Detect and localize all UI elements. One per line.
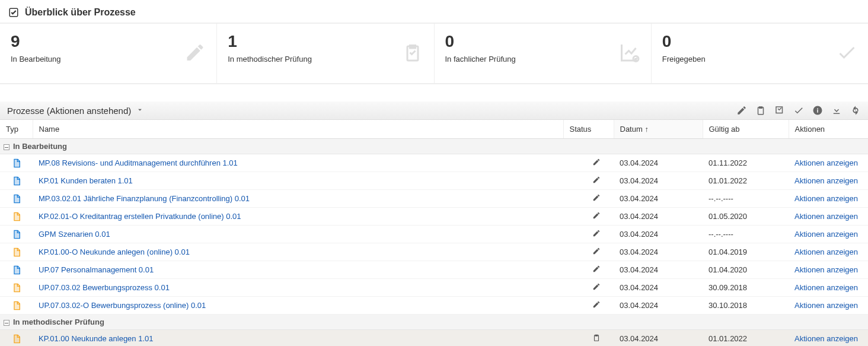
- table-row[interactable]: UP.07 Personalmanagement 0.01 03.04.2024…: [0, 261, 868, 279]
- status-cell: [563, 243, 614, 261]
- download-icon[interactable]: [831, 105, 842, 116]
- actions-cell: Aktionen anzeigen: [789, 279, 868, 297]
- stamp-icon[interactable]: [774, 105, 785, 116]
- show-actions-link[interactable]: Aktionen anzeigen: [794, 265, 858, 274]
- clipboard-icon: [402, 42, 423, 65]
- name-cell: UP.07 Personalmanagement 0.01: [33, 261, 563, 279]
- show-actions-link[interactable]: Aktionen anzeigen: [794, 334, 858, 343]
- refresh-icon[interactable]: [850, 105, 861, 116]
- process-link[interactable]: MP.03.02.01 Jährliche Finanzplanung (Fin…: [39, 194, 250, 203]
- name-cell: MP.03.02.01 Jährliche Finanzplanung (Fin…: [33, 190, 563, 208]
- pencil-icon: [592, 211, 601, 220]
- metric-value: 1: [228, 32, 423, 51]
- edit-icon[interactable]: [736, 105, 747, 116]
- toolbar-title-dropdown[interactable]: Prozesse (Aktionen anstehend): [7, 106, 144, 116]
- table-row[interactable]: MP.03.02.01 Jährliche Finanzplanung (Fin…: [0, 190, 868, 208]
- metric-value: 0: [445, 32, 640, 51]
- col-actions[interactable]: Aktionen: [789, 120, 868, 139]
- pencil-icon: [592, 282, 601, 291]
- valid-cell: 01.05.2020: [703, 208, 789, 226]
- group-header[interactable]: In methodischer Prüfung: [0, 315, 868, 330]
- table-row[interactable]: UP.07.03.02 Bewerbungsprozess 0.01 03.04…: [0, 279, 868, 297]
- valid-cell: 30.09.2018: [703, 279, 789, 297]
- valid-cell: 30.10.2018: [703, 297, 789, 315]
- date-cell: 03.04.2024: [614, 226, 703, 243]
- name-cell: KP.02.01-O Kreditantrag erstellen Privat…: [33, 208, 563, 226]
- actions-cell: Aktionen anzeigen: [789, 172, 868, 190]
- table-row[interactable]: KP.01.00-O Neukunde anlegen (online) 0.0…: [0, 243, 868, 261]
- group-header[interactable]: In Bearbeitung: [0, 139, 868, 154]
- type-cell: [0, 330, 33, 347]
- process-table: Typ Name Status Datum ↑ Gültig ab Aktion…: [0, 120, 868, 346]
- pencil-icon: [592, 158, 601, 166]
- status-cell: [563, 261, 614, 279]
- check-icon: [836, 42, 857, 65]
- show-actions-link[interactable]: Aktionen anzeigen: [794, 283, 858, 292]
- overview-icon: [8, 7, 19, 18]
- pencil-icon: [592, 176, 601, 184]
- pencil-icon: [592, 229, 601, 237]
- process-link[interactable]: KP.01.00-O Neukunde anlegen (online) 0.0…: [39, 247, 190, 256]
- col-valid[interactable]: Gültig ab: [703, 120, 789, 139]
- table-row[interactable]: KP.01 Kunden beraten 1.01 03.04.2024 01.…: [0, 172, 868, 190]
- document-icon: [12, 176, 21, 185]
- status-cell: [563, 330, 614, 347]
- document-icon: [12, 247, 21, 256]
- process-link[interactable]: UP.07 Personalmanagement 0.01: [39, 265, 154, 274]
- show-actions-link[interactable]: Aktionen anzeigen: [794, 230, 858, 239]
- clipboard-icon[interactable]: [755, 105, 766, 116]
- type-cell: [0, 279, 33, 297]
- toolbar-title: Prozesse (Aktionen anstehend): [7, 106, 131, 116]
- document-icon: [12, 334, 21, 342]
- name-cell: KP.01.00 Neukunde anlegen 1.01: [33, 330, 563, 347]
- type-cell: [0, 297, 33, 315]
- process-link[interactable]: KP.01 Kunden beraten 1.01: [39, 176, 133, 185]
- date-cell: 03.04.2024: [614, 330, 703, 347]
- type-cell: [0, 226, 33, 243]
- table-row[interactable]: GPM Szenarien 0.01 03.04.2024 --.--.----…: [0, 226, 868, 243]
- col-typ[interactable]: Typ: [0, 120, 33, 139]
- table-row[interactable]: UP.07.03.02-O Bewerbungsprozess (online)…: [0, 297, 868, 315]
- status-cell: [563, 154, 614, 172]
- chevron-down-icon: [136, 106, 144, 116]
- show-actions-link[interactable]: Aktionen anzeigen: [794, 301, 858, 310]
- approve-icon[interactable]: [793, 105, 804, 116]
- table-toolbar: Prozesse (Aktionen anstehend): [0, 101, 868, 120]
- pencil-icon: [592, 247, 601, 255]
- actions-cell: Aktionen anzeigen: [789, 226, 868, 243]
- col-name[interactable]: Name: [33, 120, 563, 139]
- metric-in-bearbeitung[interactable]: 9 In Bearbeitung: [0, 24, 217, 83]
- pencil-icon: [184, 42, 206, 65]
- pencil-icon: [592, 300, 601, 309]
- show-actions-link[interactable]: Aktionen anzeigen: [794, 247, 858, 256]
- show-actions-link[interactable]: Aktionen anzeigen: [794, 158, 858, 167]
- process-link[interactable]: KP.02.01-O Kreditantrag erstellen Privat…: [39, 212, 241, 221]
- valid-cell: 01.01.2022: [703, 172, 789, 190]
- collapse-icon[interactable]: [4, 144, 9, 150]
- name-cell: KP.01.00-O Neukunde anlegen (online) 0.0…: [33, 243, 563, 261]
- col-status[interactable]: Status: [563, 120, 614, 139]
- process-link[interactable]: MP.08 Revisions- und Auditmanagement dur…: [39, 158, 238, 167]
- table-row[interactable]: MP.08 Revisions- und Auditmanagement dur…: [0, 154, 868, 172]
- date-cell: 03.04.2024: [614, 190, 703, 208]
- process-link[interactable]: UP.07.03.02-O Bewerbungsprozess (online)…: [39, 301, 206, 310]
- process-link[interactable]: GPM Szenarien 0.01: [39, 230, 110, 239]
- table-row[interactable]: KP.02.01-O Kreditantrag erstellen Privat…: [0, 208, 868, 226]
- metric-freigegeben[interactable]: 0 Freigegeben: [652, 24, 868, 83]
- date-cell: 03.04.2024: [614, 297, 703, 315]
- collapse-icon[interactable]: [4, 320, 9, 326]
- process-link[interactable]: UP.07.03.02 Bewerbungsprozess 0.01: [39, 283, 170, 292]
- info-icon[interactable]: [812, 105, 823, 116]
- show-actions-link[interactable]: Aktionen anzeigen: [794, 194, 858, 203]
- group-label: In methodischer Prüfung: [13, 318, 104, 326]
- status-cell: [563, 226, 614, 243]
- metric-label: In fachlicher Prüfung: [445, 55, 640, 64]
- type-cell: [0, 190, 33, 208]
- table-row[interactable]: KP.01.00 Neukunde anlegen 1.01 03.04.202…: [0, 330, 868, 347]
- metric-fachliche-pruefung[interactable]: 0 In fachlicher Prüfung: [435, 24, 652, 83]
- process-link[interactable]: KP.01.00 Neukunde anlegen 1.01: [39, 334, 153, 343]
- show-actions-link[interactable]: Aktionen anzeigen: [794, 212, 858, 221]
- col-date[interactable]: Datum ↑: [614, 120, 703, 139]
- show-actions-link[interactable]: Aktionen anzeigen: [794, 176, 858, 185]
- metric-methodische-pruefung[interactable]: 1 In methodischer Prüfung: [217, 24, 434, 83]
